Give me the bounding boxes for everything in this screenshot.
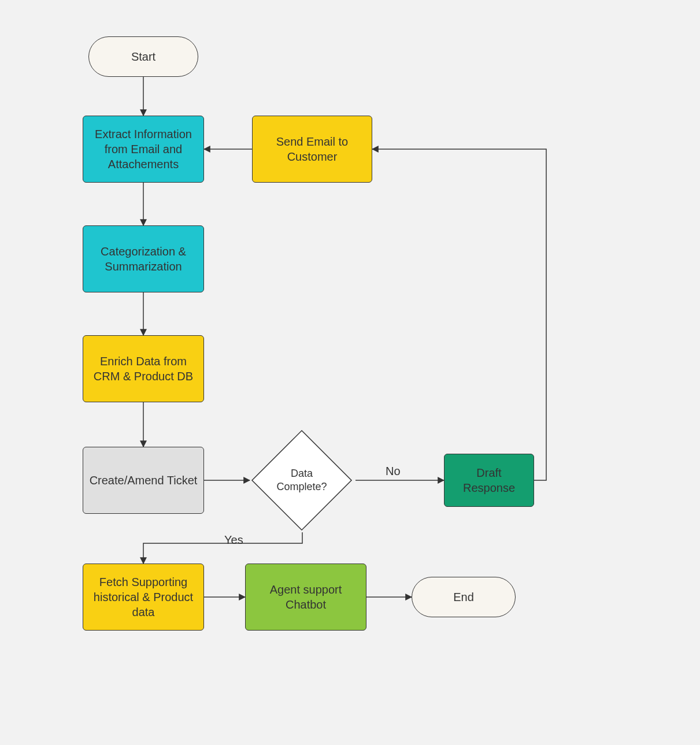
end-node: End bbox=[412, 577, 516, 617]
start-node: Start bbox=[88, 36, 198, 77]
edge-label-yes: Yes bbox=[224, 533, 243, 547]
draft-response-node: Draft Response bbox=[444, 454, 534, 507]
send-email-node: Send Email to Customer bbox=[252, 116, 372, 183]
ticket-node: Create/Amend Ticket bbox=[83, 447, 204, 514]
fetch-node: Fetch Supporting historical & Product da… bbox=[83, 564, 204, 631]
edge-label-no: No bbox=[386, 465, 401, 478]
categorize-node: Categorization & Summarization bbox=[83, 225, 204, 292]
decision-node: Data Complete? bbox=[250, 428, 354, 532]
decision-label: Data Complete? bbox=[250, 428, 354, 532]
enrich-node: Enrich Data from CRM & Product DB bbox=[83, 335, 204, 402]
flowchart-canvas: Start Extract Information from Email and… bbox=[0, 0, 700, 745]
svg-marker-0 bbox=[252, 431, 351, 530]
extract-node: Extract Information from Email and Attac… bbox=[83, 116, 204, 183]
chatbot-node: Agent support Chatbot bbox=[245, 564, 366, 631]
